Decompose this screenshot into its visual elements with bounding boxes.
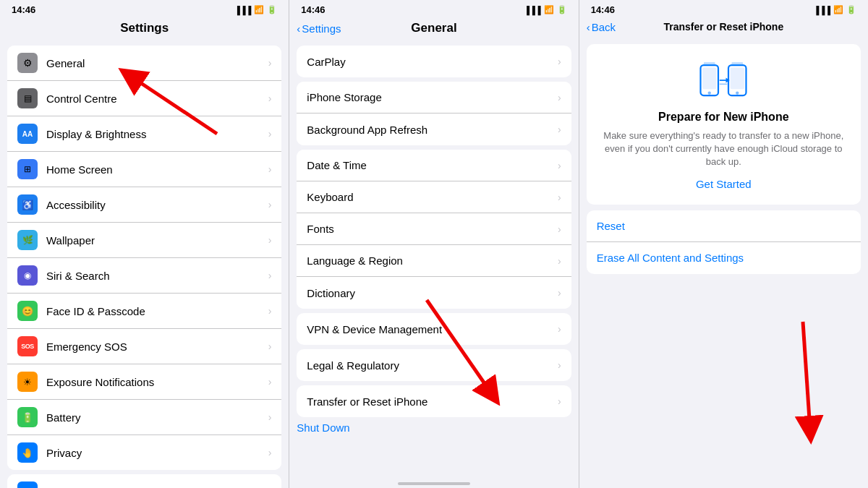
settings-item-privacy[interactable]: 🤚 Privacy › — [7, 435, 281, 470]
svg-rect-9 — [732, 62, 744, 64]
svg-rect-10 — [731, 67, 744, 89]
signal-icon-2: ▐▐▐ — [524, 6, 540, 14]
control-centre-chevron: › — [268, 93, 272, 104]
control-centre-icon: ▤ — [17, 88, 38, 108]
back-label-2: Settings — [302, 22, 341, 35]
settings-item-appstore[interactable]: A App Store › — [7, 474, 281, 488]
back-label-3: Back — [592, 21, 616, 33]
general-group-legal: Legal & Regulatory › — [297, 349, 571, 381]
get-started-button[interactable]: Get Started — [696, 178, 752, 190]
display-icon: AA — [17, 124, 38, 144]
datetime-chevron: › — [558, 160, 561, 171]
accessibility-chevron: › — [268, 199, 272, 210]
home-indicator-2 — [289, 474, 578, 488]
settings-item-siri[interactable]: ◉ Siri & Search › — [7, 258, 281, 294]
keyboard-chevron: › — [558, 192, 561, 203]
privacy-icon: 🤚 — [17, 442, 38, 463]
erase-label[interactable]: Erase All Content and Settings — [597, 252, 744, 264]
general-item-keyboard[interactable]: Keyboard › — [297, 181, 571, 213]
general-group-vpn: VPN & Device Management › — [297, 313, 571, 345]
shutdown-button[interactable]: Shut Down — [297, 421, 349, 434]
battery-chevron: › — [268, 411, 272, 423]
settings-item-accessibility[interactable]: ♿ Accessibility › — [7, 187, 281, 223]
status-bar-1: 14:46 ▐▐▐ 📶 🔋 — [0, 0, 289, 18]
general-content: CarPlay › iPhone Storage › Background Ap… — [289, 41, 578, 474]
settings-item-display[interactable]: AA Display & Brightness › — [7, 116, 281, 152]
svg-point-7 — [708, 91, 711, 94]
home-screen-chevron: › — [268, 163, 272, 175]
erase-item[interactable]: Erase All Content and Settings — [587, 242, 861, 274]
home-bar-2 — [398, 482, 470, 485]
transfer-content: Prepare for New iPhone Make sure everyth… — [579, 38, 868, 488]
appstore-icon: A — [17, 481, 38, 488]
back-button-2[interactable]: ‹ Settings — [297, 22, 341, 35]
battery-label: Battery — [46, 411, 268, 424]
general-label: General — [46, 57, 268, 69]
background-label: Background App Refresh — [307, 124, 558, 136]
status-time-2: 14:46 — [301, 4, 325, 15]
general-item-dictionary[interactable]: Dictionary › — [297, 277, 571, 309]
general-item-legal[interactable]: Legal & Regulatory › — [297, 349, 571, 381]
general-item-language[interactable]: Language & Region › — [297, 245, 571, 277]
back-button-3[interactable]: ‹ Back — [587, 21, 616, 33]
general-item-datetime[interactable]: Date & Time › — [297, 150, 571, 181]
settings-item-home-screen[interactable]: ⊞ Home Screen › — [7, 152, 281, 187]
legal-chevron: › — [558, 359, 561, 371]
svg-rect-6 — [702, 67, 716, 89]
settings-item-battery[interactable]: 🔋 Battery › — [7, 400, 281, 435]
general-item-fonts[interactable]: Fonts › — [297, 213, 571, 245]
general-group-storage: iPhone Storage › Background App Refresh … — [297, 82, 571, 145]
wifi-icon-2: 📶 — [544, 5, 554, 14]
fonts-label: Fonts — [307, 223, 558, 235]
general-item-vpn[interactable]: VPN & Device Management › — [297, 313, 571, 345]
settings-item-faceid[interactable]: 😊 Face ID & Passcode › — [7, 294, 281, 329]
status-icons-1: ▐▐▐ 📶 🔋 — [234, 5, 277, 14]
panel-transfer: 14:46 ▐▐▐ 📶 🔋 ‹ Back Transfer or Reset i… — [579, 0, 868, 488]
wallpaper-chevron: › — [268, 234, 272, 246]
general-chevron: › — [268, 57, 272, 69]
chevron-back-icon-2: ‹ — [297, 22, 300, 35]
wifi-icon: 📶 — [254, 5, 264, 14]
general-item-carplay[interactable]: CarPlay › — [297, 46, 571, 77]
settings-item-general[interactable]: ⚙ General › — [7, 46, 281, 81]
settings-item-control-centre[interactable]: ▤ Control Centre › — [7, 81, 281, 116]
transfer-chevron: › — [558, 395, 561, 407]
faceid-icon: 😊 — [17, 301, 38, 321]
datetime-label: Date & Time — [307, 159, 558, 171]
panel-general: 14:46 ▐▐▐ 📶 🔋 ‹ Settings General CarPlay… — [289, 0, 579, 488]
general-item-background[interactable]: Background App Refresh › — [297, 114, 571, 145]
svg-rect-5 — [704, 62, 715, 64]
battery-icon-2: 🔋 — [557, 5, 567, 14]
siri-label: Siri & Search — [46, 270, 268, 282]
page-title-settings: Settings — [120, 21, 169, 35]
settings-item-wallpaper[interactable]: 🌿 Wallpaper › — [7, 223, 281, 258]
exposure-icon: ☀ — [17, 372, 38, 392]
status-bar-3: 14:46 ▐▐▐ 📶 🔋 — [579, 0, 868, 18]
general-item-storage[interactable]: iPhone Storage › — [297, 82, 571, 114]
nav-bar-1: Settings — [0, 18, 289, 41]
faceid-label: Face ID & Passcode — [46, 305, 268, 317]
reset-label[interactable]: Reset — [597, 220, 625, 232]
home-screen-label: Home Screen — [46, 163, 268, 176]
signal-icon-3: ▐▐▐ — [814, 6, 830, 14]
shutdown-container: Shut Down — [297, 421, 571, 435]
accessibility-label: Accessibility — [46, 199, 268, 211]
status-time-3: 14:46 — [591, 4, 615, 15]
settings-item-exposure[interactable]: ☀ Exposure Notifications › — [7, 364, 281, 400]
general-item-transfer[interactable]: Transfer or Reset iPhone › — [297, 385, 571, 417]
chevron-back-icon-3: ‹ — [587, 21, 590, 33]
settings-content: ⚙ General › ▤ Control Centre › AA Displa… — [0, 41, 289, 488]
reset-item[interactable]: Reset — [587, 210, 861, 242]
general-group-localization: Date & Time › Keyboard › Fonts › Languag… — [297, 150, 571, 309]
sos-chevron: › — [268, 341, 272, 352]
settings-group-1: ⚙ General › ▤ Control Centre › AA Displa… — [7, 46, 281, 470]
vpn-chevron: › — [558, 323, 561, 335]
privacy-chevron: › — [268, 447, 272, 458]
language-chevron: › — [558, 255, 561, 267]
wifi-icon-3: 📶 — [833, 5, 843, 14]
prepare-title: Prepare for New iPhone — [658, 111, 789, 124]
settings-group-2: A App Store › ▣ Wallet & Apple Pay › — [7, 474, 281, 488]
sos-label: Emergency SOS — [46, 341, 268, 353]
sos-icon: SOS — [17, 336, 38, 356]
settings-item-sos[interactable]: SOS Emergency SOS › — [7, 329, 281, 364]
